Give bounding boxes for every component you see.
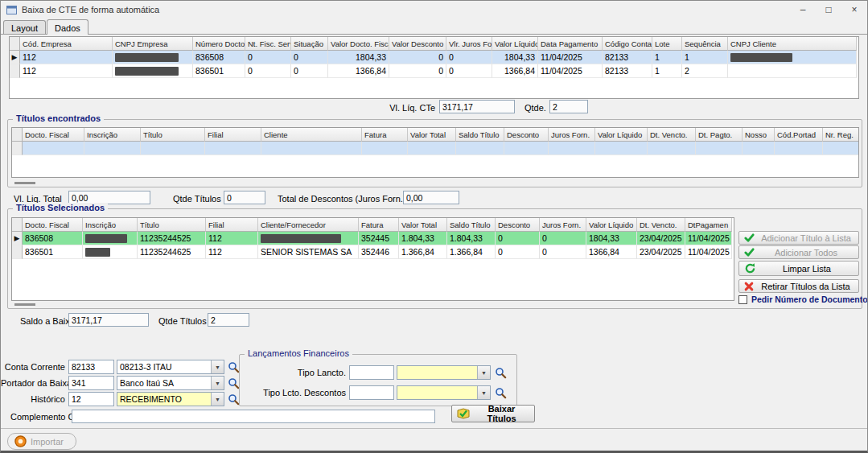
grid-cell[interactable]: 1 (652, 51, 682, 64)
column-header[interactable]: Data Pagamento (538, 37, 603, 51)
qtde-cte-field[interactable] (549, 100, 588, 113)
grid-cell[interactable]: 1.804,33 (447, 232, 496, 245)
grid-cell[interactable]: SENIOR SISTEMAS SA (258, 245, 359, 259)
grid-cell[interactable]: 1804,33 (328, 51, 389, 64)
tab-dados[interactable]: Dados (47, 19, 88, 35)
h-scrollbar-thumb[interactable] (14, 182, 35, 184)
limpar-lista-button[interactable]: Limpar Lista (738, 261, 859, 276)
grid-cell[interactable] (362, 142, 408, 155)
grid-cell[interactable]: 0 (496, 245, 540, 259)
grid-cell[interactable]: 112 (206, 245, 258, 259)
minimize-button[interactable]: – (790, 1, 816, 19)
column-header[interactable]: Juros Forn. (540, 218, 586, 232)
tipo-lcto-descontos-lookup-icon[interactable] (495, 387, 507, 399)
grid-cell[interactable]: 0 (540, 245, 586, 259)
column-header[interactable]: Inscrição (84, 128, 141, 142)
grid-cell[interactable] (205, 142, 261, 155)
grid-cell[interactable]: 1.366,84 (447, 245, 496, 259)
column-header[interactable]: Juros Forn. (549, 128, 595, 142)
grid-cell[interactable] (113, 51, 193, 64)
grid-row[interactable]: 112836501001366,84001366,8411/04/2025821… (10, 64, 857, 78)
grid-cell[interactable]: 112 (20, 51, 113, 64)
grid-cell[interactable]: 0 (389, 64, 446, 78)
column-header[interactable]: Docto. Fiscal (23, 128, 84, 142)
grid-cell[interactable] (456, 142, 504, 155)
grid-cell[interactable]: 2 (682, 64, 728, 78)
grid-row[interactable]: 83650111235244625112SENIOR SISTEMAS SA35… (12, 245, 732, 259)
dropdown-arrow-icon[interactable]: ▼ (477, 386, 490, 399)
column-header[interactable]: Docto. Fiscal (23, 218, 83, 232)
dropdown-arrow-icon[interactable]: ▼ (211, 360, 224, 373)
saldo-a-baixar-field[interactable] (68, 313, 149, 327)
grid-cell[interactable]: 1.366,84 (399, 245, 447, 259)
grid-cell[interactable] (261, 142, 362, 155)
grid-row[interactable]: ▶112836508001804,33001804,3311/04/202582… (10, 51, 857, 64)
dropdown-arrow-icon[interactable]: ▼ (211, 393, 224, 406)
grid-cell[interactable]: 0 (446, 64, 492, 78)
column-header[interactable]: DtPagamen (685, 218, 732, 232)
dropdown-arrow-icon[interactable]: ▼ (477, 366, 490, 379)
grid-cell[interactable] (549, 142, 595, 155)
grid-cell[interactable]: 11235244525 (138, 232, 206, 245)
maximize-button[interactable]: □ (816, 1, 841, 19)
column-header[interactable]: Título (138, 218, 206, 232)
titulos-selecionados-grid[interactable]: Docto. FiscalInscriçãoTítuloFilialClient… (12, 218, 732, 259)
column-header[interactable]: Fatura (359, 218, 399, 232)
column-header[interactable]: Filial (206, 218, 258, 232)
grid-cell[interactable] (728, 64, 857, 78)
column-header[interactable]: Nosso (743, 128, 775, 142)
column-header[interactable]: Fatura (362, 128, 408, 142)
h-scrollbar-thumb[interactable] (14, 303, 35, 306)
grid-cell[interactable]: 0 (389, 51, 446, 64)
column-header[interactable]: Inscrição (83, 218, 138, 232)
grid-cell[interactable]: 23/04/2025 (637, 245, 685, 259)
grid-cell[interactable]: 0 (540, 232, 586, 245)
grid-cell[interactable] (84, 142, 141, 155)
grid-cell[interactable]: 352446 (359, 245, 399, 259)
column-header[interactable]: Valor Líquido (595, 128, 648, 142)
grid-cell[interactable] (258, 232, 359, 245)
column-header[interactable]: Valor Desconto (389, 37, 446, 51)
column-header[interactable]: Dt. Vencto. (637, 218, 685, 232)
grid-cell[interactable]: 11/04/2025 (538, 64, 603, 78)
grid-cell[interactable]: 1366,84 (492, 64, 538, 78)
cte-grid[interactable]: Cód. EmpresaCNPJ EmpresaNúmero Docto.Nt.… (10, 37, 857, 78)
grid-cell[interactable]: 836501 (193, 64, 245, 78)
grid-row[interactable]: ▶836508112352445251123524451.804,331.804… (12, 232, 732, 245)
close-button[interactable]: × (841, 1, 867, 19)
column-header[interactable]: Cliente/Fornecedor (258, 218, 359, 232)
grid-cell[interactable]: 836508 (193, 51, 245, 64)
grid-cell[interactable] (408, 142, 456, 155)
grid-cell[interactable]: 1366,84 (328, 64, 389, 78)
grid-cell[interactable] (595, 142, 648, 155)
column-header[interactable]: Nr. Reg. (823, 128, 859, 142)
column-header[interactable]: Valor Docto. Fiscal (328, 37, 389, 51)
adicionar-titulo-button[interactable]: Adicionar Título à Lista (738, 231, 859, 245)
portador-lookup-icon[interactable] (228, 377, 240, 389)
adicionar-todos-button[interactable]: Adicionar Todos (738, 245, 859, 259)
grid-cell[interactable] (83, 232, 138, 245)
grid-cell[interactable]: 1804,33 (492, 51, 538, 64)
historico-lookup-icon[interactable] (228, 393, 240, 406)
column-header[interactable]: Código Conta (603, 37, 652, 51)
column-header[interactable]: Saldo Título (447, 218, 496, 232)
grid-cell[interactable] (775, 142, 823, 155)
column-header[interactable]: Sequência (682, 37, 728, 51)
column-header[interactable]: Valor Líquido (586, 218, 637, 232)
grid-cell[interactable]: 0 (496, 232, 540, 245)
grid-cell[interactable]: 0 (446, 51, 492, 64)
column-header[interactable]: Cliente (261, 128, 362, 142)
grid-cell[interactable]: 1 (652, 64, 682, 78)
titulos-encontrados-grid[interactable]: Docto. FiscalInscriçãoTítuloFilialClient… (12, 128, 859, 155)
complemento-field[interactable] (72, 410, 435, 423)
tipo-lcto-descontos-code-field[interactable] (349, 385, 394, 400)
grid-cell[interactable]: 0 (245, 51, 291, 64)
grid-cell[interactable] (743, 142, 775, 155)
grid-cell[interactable]: 1 (682, 51, 728, 64)
conta-corrente-combo[interactable]: 08213-3 ITAU ▼ (117, 360, 224, 374)
grid-cell[interactable]: 1.804,33 (399, 232, 447, 245)
checkbox-box-icon[interactable] (738, 295, 747, 304)
grid-cell[interactable]: 836508 (23, 232, 83, 245)
column-header[interactable]: Valor Total (408, 128, 456, 142)
dropdown-arrow-icon[interactable]: ▼ (211, 377, 224, 389)
